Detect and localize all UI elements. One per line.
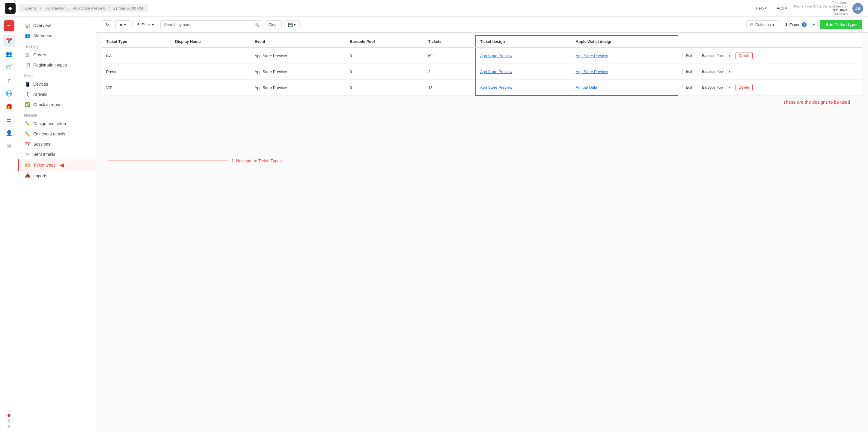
edit-button[interactable]: Edit bbox=[682, 68, 695, 75]
ticket-design-link[interactable]: App Store Preview bbox=[480, 69, 513, 74]
devices-icon: 📱 bbox=[25, 81, 30, 87]
delete-button[interactable]: Delete bbox=[736, 52, 753, 59]
export-dropdown-button[interactable]: ▾ bbox=[810, 21, 817, 29]
nav-label-edit-event: Edit event details bbox=[33, 132, 65, 136]
cell-ticket-type: Press bbox=[102, 64, 171, 80]
cell-ticket-design: App Store Preview bbox=[476, 64, 571, 80]
nav-label-attendees: Attendees bbox=[33, 33, 52, 38]
breadcrumb-events[interactable]: Events bbox=[25, 6, 37, 10]
nav-label-design: Design and setup bbox=[33, 121, 66, 126]
sidebar-icon-globe[interactable]: 🌐 bbox=[3, 88, 15, 99]
apple-wallet-design-link[interactable]: App Store Preview bbox=[576, 69, 608, 74]
clear-button[interactable]: Clear bbox=[265, 21, 282, 29]
icon-sidebar: + 📅 👥 🛒 ? 🌐 🎁 ☰ 👤 ✉ bbox=[0, 17, 18, 432]
sidebar-icon-calendar[interactable]: 📅 bbox=[3, 35, 15, 47]
apple-wallet-design-link[interactable]: Annual Gala bbox=[576, 85, 597, 90]
nav-item-orders[interactable]: 🛒 Orders bbox=[18, 50, 96, 60]
ticket-design-link[interactable]: App Store Preview bbox=[480, 54, 513, 58]
breadcrumb-sep3: / bbox=[108, 6, 111, 10]
filter-icon: ⧩ bbox=[136, 22, 140, 27]
user-name: Jeff Blake bbox=[832, 8, 848, 12]
apple-wallet-design-link[interactable]: App Store Preview bbox=[576, 54, 608, 58]
cell-ticket-type: GA bbox=[102, 47, 171, 64]
nav-item-sessions[interactable]: 📅 Sessions bbox=[18, 139, 96, 149]
nav-item-devices[interactable]: 📱 Devices bbox=[18, 79, 96, 89]
add-ticket-type-button[interactable]: Add Ticket type bbox=[820, 20, 862, 29]
sidebar-icon-person[interactable]: 👤 bbox=[3, 127, 15, 139]
breadcrumb-theater[interactable]: Rio Theater bbox=[45, 6, 65, 10]
design-icon: ✏️ bbox=[25, 121, 30, 126]
nav-item-design-setup[interactable]: ✏️ Design and setup bbox=[18, 119, 96, 129]
ticket-design-link[interactable]: App Store Preview bbox=[480, 85, 513, 90]
cell-apple-wallet-design: Annual Gala bbox=[571, 80, 678, 96]
nav-label-checkin: Check in report bbox=[33, 102, 62, 107]
sidebar-icon-gift[interactable]: 🎁 bbox=[3, 101, 15, 113]
filter-button[interactable]: ⧩ Filter ▾ bbox=[132, 20, 158, 29]
sidebar-icon-list[interactable]: ☰ bbox=[3, 114, 15, 126]
edit-button[interactable]: Edit bbox=[682, 52, 695, 59]
sidebar-icon-cart[interactable]: 🛒 bbox=[3, 61, 15, 73]
columns-icon: ⊞ bbox=[750, 23, 753, 27]
nav-item-arrivals[interactable]: 🚶 Arrivals bbox=[18, 89, 96, 99]
nav-item-check-in-report[interactable]: ✅ Check in report bbox=[18, 99, 96, 110]
refresh-button[interactable]: ↻ bbox=[102, 21, 113, 29]
sent-emails-icon: ✉ bbox=[25, 152, 30, 157]
toolbar: ↻ ★ ▾ ⧩ Filter ▾ 🔍 Clear 💾 ▾ ⊞ Columns ▾… bbox=[96, 17, 868, 33]
cell-actions: Edit Barcode Pool ▾ bbox=[678, 64, 862, 80]
arrivals-icon: 🚶 bbox=[25, 92, 30, 97]
breadcrumb-app-store[interactable]: App Store Preview bbox=[73, 6, 105, 10]
col-barcode-pool: Barcode Pool bbox=[346, 35, 424, 47]
nav-label-sessions: Sessions bbox=[33, 142, 50, 146]
edit-button[interactable]: Edit bbox=[682, 84, 695, 91]
cell-apple-wallet-design: App Store Preview bbox=[571, 47, 678, 64]
dot-red bbox=[7, 414, 10, 417]
add-button[interactable]: Add ▾ bbox=[774, 5, 789, 12]
barcode-pool-button[interactable]: Barcode Pool bbox=[699, 68, 727, 75]
delete-button[interactable]: Delete bbox=[736, 84, 753, 91]
checkin-icon: ✅ bbox=[25, 102, 30, 107]
columns-button[interactable]: ⊞ Columns ▾ bbox=[746, 21, 778, 29]
cell-barcode-pool: 0 bbox=[346, 47, 424, 64]
cell-ticket-design: App Store Preview bbox=[476, 47, 571, 64]
nav-item-ticket-types[interactable]: 🎫 Ticket types ◀ bbox=[18, 159, 96, 171]
export-badge: 3 bbox=[802, 22, 807, 27]
table-row: VIP App Store Preview 0 43 App Store Pre… bbox=[102, 80, 862, 96]
search-input[interactable] bbox=[163, 21, 254, 29]
cell-display-name bbox=[171, 80, 250, 96]
help-button[interactable]: Help ▾ bbox=[753, 5, 770, 12]
app-logo[interactable]: ◆ bbox=[5, 3, 16, 14]
nav-item-attendees[interactable]: 👥 Attendees bbox=[18, 31, 96, 41]
barcode-pool-dropdown[interactable]: ▾ bbox=[727, 85, 732, 91]
overview-icon: 📊 bbox=[25, 23, 30, 28]
barcode-pool-button[interactable]: Barcode Pool bbox=[699, 84, 727, 91]
avatar[interactable]: JB bbox=[852, 3, 863, 14]
table-container: Ticket Type Display Name Event Barcode P… bbox=[96, 33, 868, 432]
ticket-types-table: Ticket Type Display Name Event Barcode P… bbox=[102, 35, 862, 96]
search-icon-button[interactable]: 🔍 bbox=[254, 23, 259, 27]
col-tickets: Tickets bbox=[424, 35, 475, 47]
nav-item-sent-emails[interactable]: ✉ Sent emails bbox=[18, 149, 96, 159]
barcode-pool-dropdown[interactable]: ▾ bbox=[727, 53, 732, 59]
manage-section-title: Manage bbox=[18, 110, 96, 119]
export-button[interactable]: ⬇ Export 3 bbox=[781, 21, 810, 29]
sidebar-icon-email[interactable]: ✉ bbox=[3, 140, 15, 152]
breadcrumb: Events / Rio Theater / App Store Preview… bbox=[19, 4, 148, 12]
add-icon-button[interactable]: + bbox=[4, 21, 14, 31]
nav-item-overview[interactable]: 📊 Overview bbox=[18, 21, 96, 31]
star-button[interactable]: ★ ▾ bbox=[115, 21, 130, 29]
nav-item-registration-types[interactable]: 📋 Registration types bbox=[18, 60, 96, 70]
barcode-pool-dropdown[interactable]: ▾ bbox=[727, 69, 732, 75]
save-view-button[interactable]: 💾 ▾ bbox=[284, 21, 300, 29]
col-actions bbox=[678, 35, 862, 47]
left-nav: 📊 Overview 👥 Attendees Ticketing 🛒 Order… bbox=[18, 17, 96, 432]
sessions-icon: 📅 bbox=[25, 141, 30, 147]
sidebar-icon-people[interactable]: 👥 bbox=[3, 48, 15, 60]
barcode-pool-button[interactable]: Barcode Pool bbox=[699, 53, 727, 59]
nav-item-imports[interactable]: 📥 Imports bbox=[18, 171, 96, 181]
topbar-right: Help ▾ Add ▾ Time Zone Pacific Time (US … bbox=[753, 1, 863, 16]
cell-tickets: 2 bbox=[424, 64, 475, 80]
nav-item-edit-event[interactable]: ✏️ Edit event details bbox=[18, 129, 96, 139]
app-body: + 📅 👥 🛒 ? 🌐 🎁 ☰ 👤 ✉ 📊 Overview 👥 Attende… bbox=[0, 17, 868, 432]
ticketing-section-title: Ticketing bbox=[18, 41, 96, 50]
sidebar-icon-help[interactable]: ? bbox=[3, 74, 15, 86]
